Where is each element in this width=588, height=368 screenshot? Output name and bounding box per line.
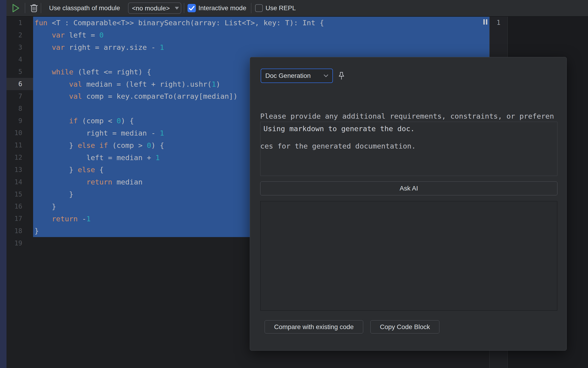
module-select[interactable]: <no module> [128,2,181,14]
line-number: 8 [7,105,33,112]
clear-output-button[interactable] [30,3,38,13]
line-number: 6 [7,80,33,88]
code-text: left = median + 1 [33,153,160,162]
use-repl-checkbox[interactable] [255,4,263,12]
line-number: 12 [7,154,33,161]
code-text: return median [33,178,143,186]
pin-button[interactable] [336,71,347,81]
toolbar-separator [184,3,184,13]
pause-icon [483,19,487,25]
toolbar-separator [25,3,25,13]
ask-ai-button[interactable]: Ask AI [260,182,557,195]
code-text: var left = 0 [33,31,104,39]
trash-icon [30,3,38,13]
mode-select-value: Doc Generation [265,72,311,80]
line-number: 9 [7,117,33,125]
mode-select[interactable]: Doc Generation [261,69,333,83]
interactive-mode-checkbox[interactable] [187,4,196,12]
code-text: val comp = key.compareTo(array[median]) [33,92,237,100]
toolbar-separator [251,3,251,13]
module-select-value: <no module> [132,4,170,12]
code-line[interactable]: 3 var right = array.size - 1 [7,41,489,54]
line-number: 19 [7,239,33,247]
code-text: } [33,227,39,235]
ai-assistant-popup: Doc Generation Please provide any additi… [250,57,567,351]
line-number: 3 [7,44,33,51]
scratch-toolbar: Use classpath of module <no module> Inte… [7,0,588,17]
classpath-label: Use classpath of module [49,4,120,12]
code-text: val median = (left + right).ushr(1) [33,80,220,88]
code-text: fun <T : Comparable<T>> binarySearch(arr… [33,18,324,27]
chevron-down-icon [175,7,179,9]
code-text: var right = array.size - 1 [33,43,164,51]
code-line[interactable]: 2 var left = 0 [7,29,489,41]
line-number: 18 [7,227,33,235]
compare-with-existing-code-button[interactable]: Compare with existing code [265,320,363,333]
line-number: 10 [7,129,33,137]
code-text: right = median - 1 [33,129,164,137]
dialog-actions: Compare with existing code Copy Code Blo… [265,320,439,333]
line-number: 2 [7,31,33,39]
code-text: if (comp < 0) { [33,117,134,125]
line-number: 16 [7,202,33,210]
line-number: 13 [7,166,33,174]
window-edge-strip [0,0,7,368]
code-text: } [33,202,56,211]
interactive-mode-label: Interactive mode [198,4,246,12]
code-text: } else if (comp > 0) { [33,141,164,149]
line-number: 1 [7,19,33,27]
line-number: 7 [7,92,33,100]
line-number: 14 [7,178,33,186]
code-text: return -1 [33,215,91,223]
toolbar-separator [41,3,41,13]
line-number: 17 [7,215,33,222]
chevron-down-icon [323,74,329,78]
line-number: 15 [7,191,33,198]
run-button[interactable] [12,3,20,13]
play-icon [12,3,20,13]
copy-code-block-button[interactable]: Copy Code Block [370,320,439,333]
line-number: 11 [7,141,33,149]
line-number: 4 [7,56,33,63]
code-text: } [33,190,73,198]
use-repl-label: Use REPL [265,4,296,12]
ai-output-area [260,201,557,311]
code-line[interactable]: 1fun <T : Comparable<T>> binarySearch(ar… [7,17,489,29]
prompt-line: Please provide any additional requiremen… [260,111,554,121]
code-text: while (left <= right) { [33,68,151,76]
ide-window: Use classpath of module <no module> Inte… [0,0,588,368]
pin-icon [337,71,346,81]
check-icon [187,4,196,12]
code-text: } else { [33,166,104,174]
requirements-input[interactable]: Using markdown to generate the doc. [260,122,557,176]
line-number: 5 [7,68,33,75]
results-line-number: 1 [490,17,508,29]
